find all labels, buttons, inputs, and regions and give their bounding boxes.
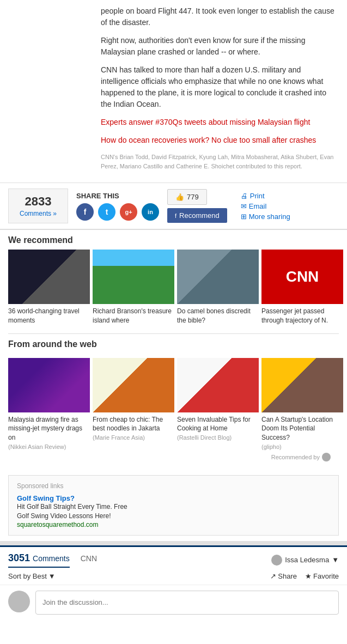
share-section: 2833 Comments » SHARE THIS f t g+ in 👍 7… (0, 183, 347, 229)
linkedin-share-button[interactable]: in (142, 203, 159, 221)
facebook-share-button[interactable]: f (76, 203, 94, 221)
share-comments-link[interactable]: ↗ Share (270, 572, 297, 580)
recommended-by-label: Recommended by (271, 454, 320, 460)
recommend-label: Recommend (179, 211, 220, 220)
web-card-image-2 (177, 358, 259, 412)
from-web-title: From around the web (8, 333, 339, 354)
sort-button[interactable]: Sort by Best ▼ (8, 572, 56, 580)
section-divider (0, 541, 347, 545)
web-card-source-2: (Rastelli Direct Blog) (177, 434, 259, 441)
we-recommend-grid: 36 world-changing travel moments Richard… (0, 250, 347, 333)
cnn-tab[interactable]: CNN (81, 554, 97, 566)
favorite-icon: ★ (305, 572, 312, 580)
paragraph-2: Right now, authorities don't even know f… (101, 35, 339, 58)
sort-label: Sort by Best (8, 572, 47, 580)
web-card-2[interactable]: Seven Invaluable Tips for Cooking at Hom… (177, 358, 259, 450)
user-avatar-small (271, 555, 282, 566)
user-dropdown-icon[interactable]: ▼ (332, 556, 339, 564)
sponsored-title: Sponsored links (17, 482, 330, 490)
web-card-source-3: (glipho) (261, 443, 343, 450)
card-image-3: CNN (261, 250, 343, 304)
sponsored-url: squaretosquaremethod.com (17, 521, 330, 528)
paragraph-link-2[interactable]: How do ocean recoveries work? No clue to… (101, 135, 339, 146)
recommend-card-3[interactable]: CNN Passenger jet passed through traject… (261, 250, 343, 325)
print-email-section: 🖨 Print ✉ Email ⊞ More sharing (241, 192, 290, 221)
print-icon: 🖨 (241, 192, 248, 200)
ocean-recoveries-link[interactable]: How do ocean recoveries work? No clue to… (101, 136, 316, 144)
web-card-label-0: Malaysia drawing fire as missing-jet mys… (8, 415, 90, 442)
thumbs-up-icon: 👍 (175, 193, 184, 201)
web-card-label-3: Can A Startup's Location Doom Its Potent… (261, 415, 343, 442)
comments-label: Comments (33, 554, 70, 563)
comments-number: 3051 (8, 552, 30, 563)
comment-input[interactable] (35, 591, 339, 615)
web-card-source-0: (Nikkei Asian Review) (8, 443, 90, 450)
print-link[interactable]: 🖨 Print (241, 192, 290, 200)
share-controls: SHARE THIS f t g+ in (76, 192, 159, 221)
social-icons: f t g+ in (76, 203, 159, 221)
comments-header: 3051 Comments CNN Issa Ledesma ▼ (0, 545, 347, 568)
current-user-avatar (8, 591, 30, 612)
favorite-link[interactable]: ★ Favorite (305, 572, 339, 580)
web-card-image-0 (8, 358, 90, 412)
user-info: Issa Ledesma ▼ (271, 555, 339, 566)
paragraph-1: people on board Flight 447. It took even… (101, 5, 339, 28)
recommend-card-0[interactable]: 36 world-changing travel moments (8, 250, 90, 325)
like-button[interactable]: 👍 779 (167, 189, 207, 205)
card-image-1 (93, 250, 174, 304)
email-link[interactable]: ✉ Email (241, 202, 290, 210)
web-card-1[interactable]: From cheap to chic: The best noodles in … (93, 358, 174, 450)
article-text-section: people on board Flight 447. It took even… (0, 0, 347, 183)
authors-text: CNN's Brian Todd, David Fitzpatrick, Kyu… (101, 153, 339, 171)
card-label-1: Richard Branson's treasure island where (93, 307, 174, 325)
sponsored-ad-title[interactable]: Golf Swing Tips? (17, 494, 330, 502)
like-row: 👍 779 (167, 189, 227, 205)
card-label-2: Do camel bones discredit the bible? (177, 307, 259, 325)
experts-link[interactable]: Experts answer #370Qs tweets about missi… (101, 118, 310, 126)
web-card-label-2: Seven Invaluable Tips for Cooking at Hom… (177, 415, 259, 434)
recommend-button[interactable]: f Recommend (167, 208, 227, 223)
card-label-0: 36 world-changing travel moments (8, 307, 90, 325)
comments-toolbar: Sort by Best ▼ ↗ Share ★ Favorite (0, 568, 347, 585)
card-image-2 (177, 250, 259, 304)
web-card-source-1: (Marie France Asia) (93, 434, 174, 441)
card-label-3: Passenger jet passed through trajectory … (261, 307, 343, 325)
googleplus-share-button[interactable]: g+ (120, 203, 137, 221)
paragraph-link-1[interactable]: Experts answer #370Qs tweets about missi… (101, 117, 339, 128)
like-count: 779 (187, 193, 199, 201)
comments-link[interactable]: Comments » (20, 210, 57, 217)
comments-count-main: 3051 Comments (8, 552, 70, 568)
we-recommend-section: We recommend 36 world-changing travel mo… (0, 229, 347, 333)
more-sharing-link[interactable]: ⊞ More sharing (241, 212, 290, 221)
recommend-card-1[interactable]: Richard Branson's treasure island where (93, 250, 174, 325)
web-card-0[interactable]: Malaysia drawing fire as missing-jet mys… (8, 358, 90, 450)
share-icon: ↗ (270, 572, 276, 580)
web-card-3[interactable]: Can A Startup's Location Doom Its Potent… (261, 358, 343, 450)
card-image-0 (8, 250, 90, 304)
twitter-share-button[interactable]: t (98, 203, 115, 221)
web-card-image-1 (93, 358, 174, 412)
we-recommend-title: We recommend (0, 229, 347, 250)
from-web-section: From around the web Malaysia drawing fir… (0, 333, 347, 470)
recommend-card-2[interactable]: Do camel bones discredit the bible? (177, 250, 259, 325)
comments-count: 2833 (17, 195, 59, 209)
sponsored-desc-1: Hit Golf Ball Straight Every Time. Free (17, 502, 330, 512)
from-web-grid: Malaysia drawing fire as missing-jet mys… (8, 358, 339, 450)
toolbar-right: ↗ Share ★ Favorite (270, 572, 339, 580)
recommended-by-icon (322, 453, 331, 461)
email-icon: ✉ (241, 202, 247, 210)
comments-box: 2833 Comments » (8, 189, 68, 223)
fb-recommend-icon: f (175, 212, 176, 219)
web-card-image-3 (261, 358, 343, 412)
web-card-label-1: From cheap to chic: The best noodles in … (93, 415, 174, 434)
sort-dropdown-icon: ▼ (48, 572, 56, 580)
share-this-label: SHARE THIS (76, 192, 159, 200)
recommended-by: Recommended by (8, 450, 339, 464)
like-recommend-area: 👍 779 f Recommend (167, 189, 227, 223)
paragraph-3: CNN has talked to more than half a dozen… (101, 64, 339, 110)
comment-input-area (0, 585, 347, 620)
more-sharing-icon: ⊞ (241, 212, 247, 221)
sponsored-section: Sponsored links Golf Swing Tips? Hit Gol… (8, 475, 339, 536)
user-name: Issa Ledesma (285, 556, 329, 564)
sponsored-desc-2: Golf Swing Video Lessons Here! (17, 512, 330, 521)
